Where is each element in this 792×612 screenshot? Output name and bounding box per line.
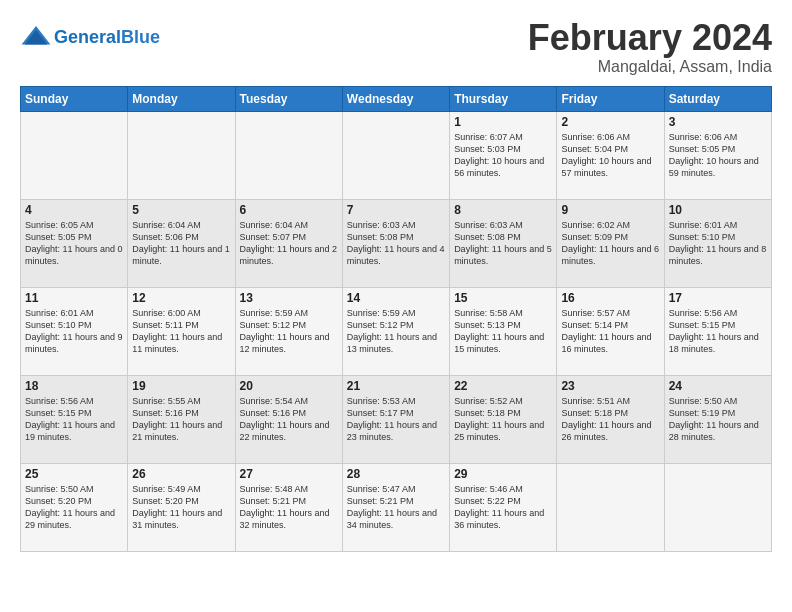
header: GeneralBlue February 2024 Mangaldai, Ass… bbox=[20, 18, 772, 76]
calendar-cell bbox=[21, 111, 128, 199]
calendar-body: 1Sunrise: 6:07 AM Sunset: 5:03 PM Daylig… bbox=[21, 111, 772, 551]
calendar-cell: 11Sunrise: 6:01 AM Sunset: 5:10 PM Dayli… bbox=[21, 287, 128, 375]
day-info: Sunrise: 5:53 AM Sunset: 5:17 PM Dayligh… bbox=[347, 395, 445, 444]
day-number: 29 bbox=[454, 467, 552, 481]
day-info: Sunrise: 6:01 AM Sunset: 5:10 PM Dayligh… bbox=[669, 219, 767, 268]
day-info: Sunrise: 6:03 AM Sunset: 5:08 PM Dayligh… bbox=[347, 219, 445, 268]
day-number: 27 bbox=[240, 467, 338, 481]
day-info: Sunrise: 5:47 AM Sunset: 5:21 PM Dayligh… bbox=[347, 483, 445, 532]
day-info: Sunrise: 5:46 AM Sunset: 5:22 PM Dayligh… bbox=[454, 483, 552, 532]
day-info: Sunrise: 5:51 AM Sunset: 5:18 PM Dayligh… bbox=[561, 395, 659, 444]
calendar-cell: 8Sunrise: 6:03 AM Sunset: 5:08 PM Daylig… bbox=[450, 199, 557, 287]
day-number: 18 bbox=[25, 379, 123, 393]
calendar-cell: 18Sunrise: 5:56 AM Sunset: 5:15 PM Dayli… bbox=[21, 375, 128, 463]
calendar-cell: 19Sunrise: 5:55 AM Sunset: 5:16 PM Dayli… bbox=[128, 375, 235, 463]
day-number: 8 bbox=[454, 203, 552, 217]
calendar-header: Sunday Monday Tuesday Wednesday Thursday… bbox=[21, 86, 772, 111]
calendar-cell: 14Sunrise: 5:59 AM Sunset: 5:12 PM Dayli… bbox=[342, 287, 449, 375]
day-info: Sunrise: 5:56 AM Sunset: 5:15 PM Dayligh… bbox=[669, 307, 767, 356]
calendar-cell: 10Sunrise: 6:01 AM Sunset: 5:10 PM Dayli… bbox=[664, 199, 771, 287]
day-info: Sunrise: 6:05 AM Sunset: 5:05 PM Dayligh… bbox=[25, 219, 123, 268]
day-info: Sunrise: 5:59 AM Sunset: 5:12 PM Dayligh… bbox=[240, 307, 338, 356]
header-row: Sunday Monday Tuesday Wednesday Thursday… bbox=[21, 86, 772, 111]
calendar-cell: 12Sunrise: 6:00 AM Sunset: 5:11 PM Dayli… bbox=[128, 287, 235, 375]
header-wednesday: Wednesday bbox=[342, 86, 449, 111]
day-info: Sunrise: 5:58 AM Sunset: 5:13 PM Dayligh… bbox=[454, 307, 552, 356]
calendar-table: Sunday Monday Tuesday Wednesday Thursday… bbox=[20, 86, 772, 552]
logo-blue: Blue bbox=[121, 27, 160, 47]
calendar-cell: 20Sunrise: 5:54 AM Sunset: 5:16 PM Dayli… bbox=[235, 375, 342, 463]
calendar-cell: 22Sunrise: 5:52 AM Sunset: 5:18 PM Dayli… bbox=[450, 375, 557, 463]
day-info: Sunrise: 6:04 AM Sunset: 5:07 PM Dayligh… bbox=[240, 219, 338, 268]
day-number: 16 bbox=[561, 291, 659, 305]
day-number: 19 bbox=[132, 379, 230, 393]
day-number: 17 bbox=[669, 291, 767, 305]
header-saturday: Saturday bbox=[664, 86, 771, 111]
calendar-cell: 29Sunrise: 5:46 AM Sunset: 5:22 PM Dayli… bbox=[450, 463, 557, 551]
calendar-cell: 26Sunrise: 5:49 AM Sunset: 5:20 PM Dayli… bbox=[128, 463, 235, 551]
calendar-cell bbox=[235, 111, 342, 199]
calendar-cell: 13Sunrise: 5:59 AM Sunset: 5:12 PM Dayli… bbox=[235, 287, 342, 375]
header-tuesday: Tuesday bbox=[235, 86, 342, 111]
header-friday: Friday bbox=[557, 86, 664, 111]
calendar-cell: 16Sunrise: 5:57 AM Sunset: 5:14 PM Dayli… bbox=[557, 287, 664, 375]
day-info: Sunrise: 5:52 AM Sunset: 5:18 PM Dayligh… bbox=[454, 395, 552, 444]
day-info: Sunrise: 6:03 AM Sunset: 5:08 PM Dayligh… bbox=[454, 219, 552, 268]
day-info: Sunrise: 6:06 AM Sunset: 5:04 PM Dayligh… bbox=[561, 131, 659, 180]
day-number: 6 bbox=[240, 203, 338, 217]
day-number: 14 bbox=[347, 291, 445, 305]
day-info: Sunrise: 5:56 AM Sunset: 5:15 PM Dayligh… bbox=[25, 395, 123, 444]
day-info: Sunrise: 5:48 AM Sunset: 5:21 PM Dayligh… bbox=[240, 483, 338, 532]
day-number: 25 bbox=[25, 467, 123, 481]
day-info: Sunrise: 6:07 AM Sunset: 5:03 PM Dayligh… bbox=[454, 131, 552, 180]
day-number: 3 bbox=[669, 115, 767, 129]
day-number: 28 bbox=[347, 467, 445, 481]
calendar-cell: 9Sunrise: 6:02 AM Sunset: 5:09 PM Daylig… bbox=[557, 199, 664, 287]
calendar-cell: 7Sunrise: 6:03 AM Sunset: 5:08 PM Daylig… bbox=[342, 199, 449, 287]
day-info: Sunrise: 6:06 AM Sunset: 5:05 PM Dayligh… bbox=[669, 131, 767, 180]
day-info: Sunrise: 5:50 AM Sunset: 5:19 PM Dayligh… bbox=[669, 395, 767, 444]
logo: GeneralBlue bbox=[20, 22, 160, 54]
calendar-cell: 6Sunrise: 6:04 AM Sunset: 5:07 PM Daylig… bbox=[235, 199, 342, 287]
calendar-cell: 24Sunrise: 5:50 AM Sunset: 5:19 PM Dayli… bbox=[664, 375, 771, 463]
day-number: 10 bbox=[669, 203, 767, 217]
day-info: Sunrise: 6:00 AM Sunset: 5:11 PM Dayligh… bbox=[132, 307, 230, 356]
day-number: 21 bbox=[347, 379, 445, 393]
day-number: 15 bbox=[454, 291, 552, 305]
day-info: Sunrise: 5:57 AM Sunset: 5:14 PM Dayligh… bbox=[561, 307, 659, 356]
calendar-row-3: 18Sunrise: 5:56 AM Sunset: 5:15 PM Dayli… bbox=[21, 375, 772, 463]
calendar-cell: 28Sunrise: 5:47 AM Sunset: 5:21 PM Dayli… bbox=[342, 463, 449, 551]
calendar-cell bbox=[664, 463, 771, 551]
day-number: 23 bbox=[561, 379, 659, 393]
day-number: 2 bbox=[561, 115, 659, 129]
calendar-cell: 5Sunrise: 6:04 AM Sunset: 5:06 PM Daylig… bbox=[128, 199, 235, 287]
calendar-cell bbox=[128, 111, 235, 199]
page: GeneralBlue February 2024 Mangaldai, Ass… bbox=[0, 0, 792, 562]
calendar-row-1: 4Sunrise: 6:05 AM Sunset: 5:05 PM Daylig… bbox=[21, 199, 772, 287]
day-number: 26 bbox=[132, 467, 230, 481]
logo-text: GeneralBlue bbox=[54, 28, 160, 48]
day-info: Sunrise: 5:50 AM Sunset: 5:20 PM Dayligh… bbox=[25, 483, 123, 532]
header-monday: Monday bbox=[128, 86, 235, 111]
calendar-cell: 15Sunrise: 5:58 AM Sunset: 5:13 PM Dayli… bbox=[450, 287, 557, 375]
day-number: 1 bbox=[454, 115, 552, 129]
day-number: 4 bbox=[25, 203, 123, 217]
day-number: 7 bbox=[347, 203, 445, 217]
day-info: Sunrise: 5:59 AM Sunset: 5:12 PM Dayligh… bbox=[347, 307, 445, 356]
calendar-cell: 17Sunrise: 5:56 AM Sunset: 5:15 PM Dayli… bbox=[664, 287, 771, 375]
day-number: 11 bbox=[25, 291, 123, 305]
calendar-cell: 4Sunrise: 6:05 AM Sunset: 5:05 PM Daylig… bbox=[21, 199, 128, 287]
day-info: Sunrise: 6:04 AM Sunset: 5:06 PM Dayligh… bbox=[132, 219, 230, 268]
calendar-row-2: 11Sunrise: 6:01 AM Sunset: 5:10 PM Dayli… bbox=[21, 287, 772, 375]
title-block: February 2024 Mangaldai, Assam, India bbox=[528, 18, 772, 76]
location: Mangaldai, Assam, India bbox=[528, 58, 772, 76]
calendar-cell bbox=[557, 463, 664, 551]
day-number: 9 bbox=[561, 203, 659, 217]
day-info: Sunrise: 5:54 AM Sunset: 5:16 PM Dayligh… bbox=[240, 395, 338, 444]
day-number: 22 bbox=[454, 379, 552, 393]
day-number: 13 bbox=[240, 291, 338, 305]
calendar-cell: 27Sunrise: 5:48 AM Sunset: 5:21 PM Dayli… bbox=[235, 463, 342, 551]
day-info: Sunrise: 6:02 AM Sunset: 5:09 PM Dayligh… bbox=[561, 219, 659, 268]
calendar-cell: 1Sunrise: 6:07 AM Sunset: 5:03 PM Daylig… bbox=[450, 111, 557, 199]
calendar-row-4: 25Sunrise: 5:50 AM Sunset: 5:20 PM Dayli… bbox=[21, 463, 772, 551]
